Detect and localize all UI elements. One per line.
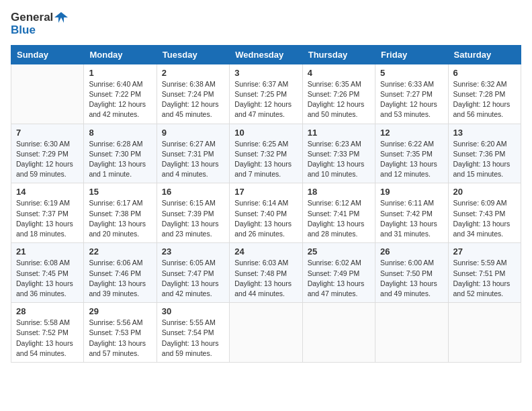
weekday-header-saturday: Saturday	[448, 45, 521, 64]
day-info: Sunrise: 5:59 AMSunset: 7:51 PMDaylight:…	[453, 258, 516, 299]
day-info: Sunrise: 6:28 AMSunset: 7:30 PMDaylight:…	[89, 139, 151, 180]
day-info: Sunrise: 6:33 AMSunset: 7:27 PMDaylight:…	[380, 79, 443, 120]
day-info: Sunrise: 6:38 AMSunset: 7:24 PMDaylight:…	[162, 79, 224, 120]
day-number: 5	[380, 68, 443, 78]
day-cell: 13Sunrise: 6:20 AMSunset: 7:36 PMDayligh…	[448, 124, 521, 183]
weekday-header-monday: Monday	[84, 45, 157, 64]
day-info: Sunrise: 6:40 AMSunset: 7:22 PMDaylight:…	[89, 79, 151, 120]
day-info: Sunrise: 6:30 AMSunset: 7:29 PMDaylight:…	[16, 139, 79, 180]
day-cell: 6Sunrise: 6:32 AMSunset: 7:28 PMDaylight…	[448, 64, 521, 124]
day-number: 24	[234, 246, 297, 257]
day-number: 13	[453, 128, 516, 138]
day-info: Sunrise: 5:58 AMSunset: 7:52 PMDaylight:…	[16, 318, 79, 359]
day-cell: 3Sunrise: 6:37 AMSunset: 7:25 PMDaylight…	[230, 64, 302, 124]
day-number: 23	[162, 246, 224, 257]
day-info: Sunrise: 6:23 AMSunset: 7:33 PMDaylight:…	[308, 139, 370, 180]
day-cell: 11Sunrise: 6:23 AMSunset: 7:33 PMDayligh…	[302, 124, 375, 183]
day-cell	[302, 303, 375, 363]
day-cell: 22Sunrise: 6:06 AMSunset: 7:46 PMDayligh…	[84, 243, 157, 303]
day-cell: 1Sunrise: 6:40 AMSunset: 7:22 PMDaylight…	[84, 64, 157, 124]
day-number: 6	[453, 68, 516, 78]
day-info: Sunrise: 6:35 AMSunset: 7:26 PMDaylight:…	[308, 79, 370, 120]
day-cell: 2Sunrise: 6:38 AMSunset: 7:24 PMDaylight…	[157, 64, 229, 124]
day-info: Sunrise: 6:05 AMSunset: 7:47 PMDaylight:…	[162, 258, 224, 299]
logo-general: General	[11, 11, 53, 24]
day-number: 7	[16, 128, 79, 138]
day-number: 12	[380, 128, 443, 138]
day-info: Sunrise: 6:12 AMSunset: 7:41 PMDaylight:…	[308, 198, 370, 239]
day-cell: 19Sunrise: 6:11 AMSunset: 7:42 PMDayligh…	[375, 183, 448, 243]
day-number: 26	[380, 246, 443, 257]
day-cell: 10Sunrise: 6:25 AMSunset: 7:32 PMDayligh…	[230, 124, 302, 183]
day-number: 27	[453, 246, 516, 257]
day-info: Sunrise: 6:08 AMSunset: 7:45 PMDaylight:…	[16, 258, 79, 299]
day-number: 9	[162, 128, 224, 138]
day-info: Sunrise: 6:11 AMSunset: 7:42 PMDaylight:…	[380, 198, 443, 239]
week-row-3: 14Sunrise: 6:19 AMSunset: 7:37 PMDayligh…	[11, 183, 521, 243]
day-number: 10	[234, 128, 297, 138]
day-number: 8	[89, 128, 151, 138]
day-number: 11	[308, 128, 370, 138]
day-number: 2	[162, 68, 224, 78]
day-info: Sunrise: 6:32 AMSunset: 7:28 PMDaylight:…	[453, 79, 516, 120]
day-info: Sunrise: 6:19 AMSunset: 7:37 PMDaylight:…	[16, 198, 79, 239]
day-number: 19	[380, 187, 443, 197]
logo-blue: Blue	[11, 24, 36, 37]
day-info: Sunrise: 6:37 AMSunset: 7:25 PMDaylight:…	[234, 79, 297, 120]
day-info: Sunrise: 6:00 AMSunset: 7:50 PMDaylight:…	[380, 258, 443, 299]
day-cell	[230, 303, 302, 363]
day-cell: 9Sunrise: 6:27 AMSunset: 7:31 PMDaylight…	[157, 124, 229, 183]
day-info: Sunrise: 5:56 AMSunset: 7:53 PMDaylight:…	[89, 318, 151, 359]
day-cell	[11, 64, 84, 124]
day-info: Sunrise: 6:09 AMSunset: 7:43 PMDaylight:…	[453, 198, 516, 239]
day-number: 17	[234, 187, 297, 197]
logo-bird-icon	[54, 11, 68, 24]
day-number: 20	[453, 187, 516, 197]
day-number: 30	[162, 306, 224, 316]
day-number: 18	[308, 187, 370, 197]
weekday-header-tuesday: Tuesday	[157, 45, 229, 64]
weekday-header-row: SundayMondayTuesdayWednesdayThursdayFrid…	[11, 45, 521, 64]
week-row-1: 1Sunrise: 6:40 AMSunset: 7:22 PMDaylight…	[11, 64, 521, 124]
day-info: Sunrise: 6:20 AMSunset: 7:36 PMDaylight:…	[453, 139, 516, 180]
day-cell: 14Sunrise: 6:19 AMSunset: 7:37 PMDayligh…	[11, 183, 84, 243]
day-info: Sunrise: 6:17 AMSunset: 7:38 PMDaylight:…	[89, 198, 151, 239]
day-number: 28	[16, 306, 79, 316]
day-number: 22	[89, 246, 151, 257]
day-cell: 26Sunrise: 6:00 AMSunset: 7:50 PMDayligh…	[375, 243, 448, 303]
day-number: 15	[89, 187, 151, 197]
day-info: Sunrise: 5:55 AMSunset: 7:54 PMDaylight:…	[162, 318, 224, 359]
week-row-4: 21Sunrise: 6:08 AMSunset: 7:45 PMDayligh…	[11, 243, 521, 303]
day-cell: 4Sunrise: 6:35 AMSunset: 7:26 PMDaylight…	[302, 64, 375, 124]
day-cell	[375, 303, 448, 363]
svg-marker-0	[54, 12, 68, 23]
weekday-header-thursday: Thursday	[302, 45, 375, 64]
day-cell: 17Sunrise: 6:14 AMSunset: 7:40 PMDayligh…	[230, 183, 302, 243]
day-cell: 12Sunrise: 6:22 AMSunset: 7:35 PMDayligh…	[375, 124, 448, 183]
day-cell: 21Sunrise: 6:08 AMSunset: 7:45 PMDayligh…	[11, 243, 84, 303]
day-number: 1	[89, 68, 151, 78]
day-info: Sunrise: 6:15 AMSunset: 7:39 PMDaylight:…	[162, 198, 224, 239]
weekday-header-sunday: Sunday	[11, 45, 84, 64]
day-cell: 5Sunrise: 6:33 AMSunset: 7:27 PMDaylight…	[375, 64, 448, 124]
day-info: Sunrise: 6:03 AMSunset: 7:48 PMDaylight:…	[234, 258, 297, 299]
day-cell: 30Sunrise: 5:55 AMSunset: 7:54 PMDayligh…	[157, 303, 229, 363]
day-cell: 23Sunrise: 6:05 AMSunset: 7:47 PMDayligh…	[157, 243, 229, 303]
day-cell: 27Sunrise: 5:59 AMSunset: 7:51 PMDayligh…	[448, 243, 521, 303]
day-cell: 15Sunrise: 6:17 AMSunset: 7:38 PMDayligh…	[84, 183, 157, 243]
day-info: Sunrise: 6:06 AMSunset: 7:46 PMDaylight:…	[89, 258, 151, 299]
day-info: Sunrise: 6:02 AMSunset: 7:49 PMDaylight:…	[308, 258, 370, 299]
day-cell: 8Sunrise: 6:28 AMSunset: 7:30 PMDaylight…	[84, 124, 157, 183]
day-info: Sunrise: 6:14 AMSunset: 7:40 PMDaylight:…	[234, 198, 297, 239]
calendar-table: SundayMondayTuesdayWednesdayThursdayFrid…	[11, 45, 521, 363]
week-row-2: 7Sunrise: 6:30 AMSunset: 7:29 PMDaylight…	[11, 124, 521, 183]
day-info: Sunrise: 6:25 AMSunset: 7:32 PMDaylight:…	[234, 139, 297, 180]
day-cell: 18Sunrise: 6:12 AMSunset: 7:41 PMDayligh…	[302, 183, 375, 243]
day-cell: 7Sunrise: 6:30 AMSunset: 7:29 PMDaylight…	[11, 124, 84, 183]
day-number: 4	[308, 68, 370, 78]
week-row-5: 28Sunrise: 5:58 AMSunset: 7:52 PMDayligh…	[11, 303, 521, 363]
day-number: 14	[16, 187, 79, 197]
day-number: 16	[162, 187, 224, 197]
logo: General Blue	[11, 11, 68, 37]
weekday-header-wednesday: Wednesday	[230, 45, 302, 64]
